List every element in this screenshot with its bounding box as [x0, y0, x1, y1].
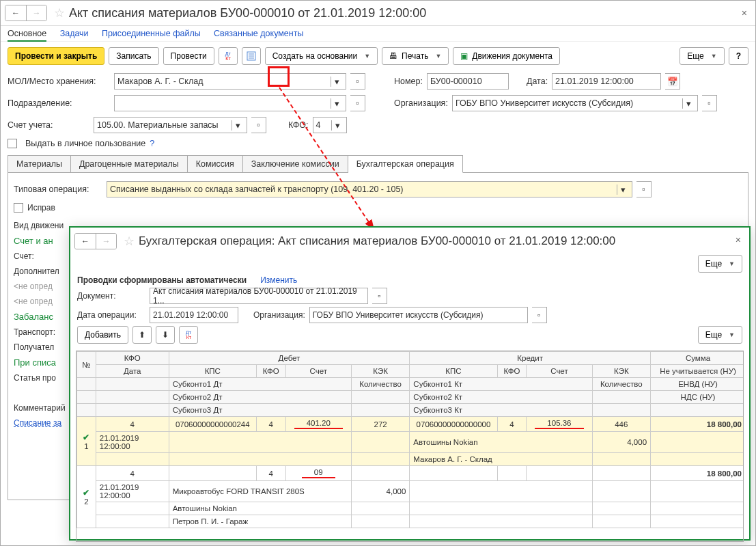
- check-icon: ✔: [83, 489, 89, 497]
- dtkt-button[interactable]: ДтКт: [219, 47, 238, 65]
- mol-open-button[interactable]: ▫: [350, 73, 365, 90]
- debit-acct-1: 401.20: [294, 419, 343, 429]
- tab-accounting[interactable]: Бухгалтерская операция: [348, 155, 463, 173]
- col-nu: Не учитывается (НУ): [651, 365, 744, 378]
- division-label: Подразделение:: [8, 98, 110, 108]
- overlay-org-input[interactable]: ГОБУ ВПО Университет искусств (Субсидия): [309, 307, 528, 323]
- col-d-kek: КЭК: [351, 365, 410, 378]
- operation-input[interactable]: Списание выданных со склада запчастей к …: [107, 181, 632, 197]
- nav-tasks[interactable]: Задачи: [60, 29, 89, 38]
- close-icon[interactable]: ×: [742, 8, 747, 18]
- acct-open-button[interactable]: ▫: [251, 117, 266, 133]
- change-link[interactable]: Изменить: [260, 275, 297, 285]
- create-based-button[interactable]: Создать на основании▼: [265, 47, 378, 65]
- row-operation: Типовая операция: Списание выданных со с…: [14, 178, 742, 200]
- row-acct: Счет учета: 105.00. Материальные запасы▾…: [1, 114, 755, 136]
- accounting-operation-window: ← → ☆ Бухгалтерская операция: Акт списан…: [69, 226, 751, 541]
- division-open-button[interactable]: ▫: [350, 95, 365, 111]
- col-nds: НДС (НУ): [651, 391, 744, 404]
- nav-forward-button[interactable]: →: [26, 5, 46, 21]
- movements-icon: ▣: [460, 51, 468, 61]
- nav-main[interactable]: Основное: [8, 29, 46, 42]
- grid-header-row-5: Субконто3 Дт Субконто3 Кт: [77, 404, 744, 417]
- col-k-kfo: КФО: [497, 365, 527, 378]
- kfo-input[interactable]: 4▾: [313, 117, 347, 133]
- post-button[interactable]: Провести: [163, 47, 214, 65]
- row-personal-use: Выдать в личное пользование ?: [1, 136, 755, 151]
- overlay-more-button[interactable]: Еще▼: [698, 255, 742, 273]
- entries-grid[interactable]: № КФО Дебет Кредит Сумма Дата КПС КФО Сч…: [76, 351, 744, 542]
- doc-input[interactable]: Акт списания материалов БУ00-000010 от 2…: [150, 288, 368, 304]
- col-qty-d: Количество: [351, 378, 410, 391]
- movements-button[interactable]: ▣Движения документа: [453, 47, 560, 65]
- division-input[interactable]: ▾: [114, 95, 346, 111]
- overlay-grid-more-button[interactable]: Еще▼: [698, 326, 742, 344]
- col-sub3d: Субконто3 Дт: [169, 404, 351, 417]
- col-sub1d: Субконто1 Дт: [169, 378, 351, 391]
- mol-label: МОЛ/Место хранения:: [8, 77, 110, 86]
- doc-open-button[interactable]: ▫: [372, 288, 387, 304]
- print-icon: 🖶: [389, 51, 397, 61]
- opdate-input[interactable]: 21.01.2019 12:00:00: [150, 307, 238, 323]
- entry-row-2-sub1[interactable]: 21.01.2019 12:00:00 Микроавтобус FORD TR…: [77, 481, 744, 502]
- personal-use-checkbox[interactable]: [8, 139, 17, 148]
- number-label: Номер:: [394, 77, 423, 86]
- window-header: ← → ☆ Акт списания материалов БУ00-00001…: [1, 1, 755, 26]
- print-button[interactable]: 🖶Печать▼: [382, 47, 449, 65]
- entry-row-2[interactable]: ✔ 2 4 4 09 18 800,00: [77, 466, 744, 481]
- overlay-org-open-button[interactable]: ▫: [532, 307, 547, 323]
- write-button[interactable]: Записать: [109, 47, 158, 65]
- help-icon[interactable]: ?: [150, 139, 154, 148]
- col-kfo: КФО: [96, 352, 169, 365]
- move-up-button[interactable]: ⬆: [132, 326, 152, 344]
- grid-header-row-2: Дата КПС КФО Счет КЭК КПС КФО Счет КЭК Н…: [77, 365, 744, 378]
- post-and-close-button[interactable]: Провести и закрыть: [8, 47, 104, 65]
- favorite-icon[interactable]: ☆: [54, 5, 65, 21]
- overlay-nav-back[interactable]: ←: [75, 234, 96, 249]
- nav-files[interactable]: Присоединенные файлы: [102, 29, 201, 38]
- writeoff-link[interactable]: Списание за: [14, 418, 61, 428]
- org-open-button[interactable]: ▫: [702, 95, 717, 111]
- more-button[interactable]: Еще▼: [680, 47, 724, 65]
- add-button[interactable]: Добавить: [77, 326, 128, 344]
- overlay-favorite-icon[interactable]: ☆: [124, 234, 135, 249]
- tab-commission[interactable]: Комиссия: [188, 155, 243, 173]
- col-k-kek: КЭК: [592, 365, 651, 378]
- tab-materials[interactable]: Материалы: [8, 155, 71, 173]
- number-input[interactable]: БУ00-000010: [427, 73, 509, 90]
- move-down-button[interactable]: ⬇: [156, 326, 175, 344]
- isprav-checkbox[interactable]: [14, 203, 23, 213]
- entry-row-1-sub2[interactable]: Макаров А. Г. - Склад: [77, 453, 744, 466]
- overlay-org-label: Организация:: [253, 310, 305, 320]
- row-mol: МОЛ/Место хранения: Макаров А. Г. - Скла…: [1, 70, 755, 92]
- overlay-nav-forward[interactable]: →: [96, 234, 116, 249]
- overlay-doc-row: Документ: Акт списания материалов БУ00-0…: [70, 286, 749, 305]
- tab-conclusion[interactable]: Заключение комиссии: [243, 155, 348, 173]
- grid-header-row-4: Субконто2 Дт Субконто2 Кт НДС (НУ): [77, 391, 744, 404]
- col-d-kfo: КФО: [256, 365, 285, 378]
- date-input[interactable]: 21.01.2019 12:00:00: [552, 73, 661, 90]
- overlay-dtkt-button[interactable]: ДтКт: [179, 326, 198, 344]
- col-sum: Сумма: [651, 352, 744, 365]
- entry-row-2-sub2[interactable]: Автошины Nokian: [77, 502, 744, 515]
- nav-docs[interactable]: Связанные документы: [214, 29, 303, 38]
- entry-row-2-sub3[interactable]: Петров П. И. - Гараж: [77, 515, 744, 528]
- col-k-kps: КПС: [410, 365, 497, 378]
- opdate-label: Дата операции:: [77, 310, 145, 320]
- nav-back-button[interactable]: ←: [5, 5, 26, 21]
- operation-open-button[interactable]: ▫: [636, 181, 652, 197]
- entry-row-1[interactable]: ✔ 1 4 07060000000000244 4 401.20 272 070…: [77, 417, 744, 432]
- overlay-close-icon[interactable]: ×: [736, 234, 741, 245]
- entry-row-1-sub1[interactable]: 21.01.2019 12:00:00 Автошины Nokian 4,00…: [77, 432, 744, 453]
- acct-input[interactable]: 105.00. Материальные запасы▾: [94, 117, 247, 133]
- mol-input[interactable]: Макаров А. Г. - Склад▾: [114, 73, 346, 90]
- tab-precious[interactable]: Драгоценные материалы: [71, 155, 188, 173]
- date-label: Дата:: [527, 77, 548, 86]
- org-input[interactable]: ГОБУ ВПО Университет искусств (Субсидия)…: [452, 95, 698, 111]
- col-sub1k: Субконто1 Кт: [410, 378, 592, 391]
- row-isprav: Исправ: [14, 200, 742, 215]
- help-button[interactable]: ?: [729, 47, 748, 65]
- report-button[interactable]: [242, 47, 261, 65]
- col-credit: Кредит: [410, 352, 651, 365]
- date-picker-button[interactable]: 📅: [665, 73, 680, 90]
